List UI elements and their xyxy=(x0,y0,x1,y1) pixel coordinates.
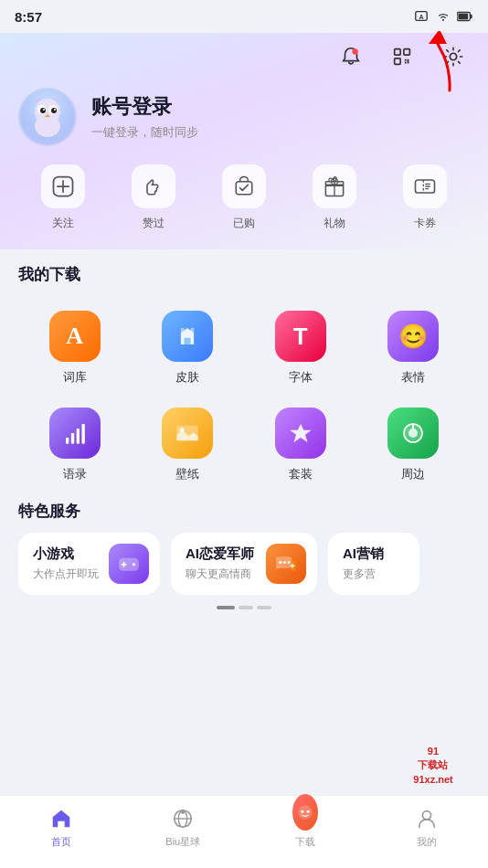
quick-action-coupon[interactable]: 卡券 xyxy=(398,164,452,231)
download-item-bundle[interactable]: 套装 xyxy=(244,397,357,493)
svg-rect-42 xyxy=(81,424,84,444)
svg-point-54 xyxy=(279,561,281,564)
skin-label: 皮肤 xyxy=(175,369,199,386)
bundle-label: 套装 xyxy=(289,466,313,482)
service-card-ai-marketing[interactable]: AI营销 更多营 xyxy=(328,533,419,595)
services-section-title: 特色服务 xyxy=(18,501,470,522)
scan-button[interactable] xyxy=(386,40,419,73)
home-nav-label: 首页 xyxy=(51,835,71,849)
coupon-label: 卡券 xyxy=(414,216,436,231)
svg-rect-4 xyxy=(458,14,468,19)
download-item-wallpaper[interactable]: 壁纸 xyxy=(132,397,245,493)
download-item-quotes[interactable]: 语录 xyxy=(18,397,132,493)
android-status-icon: A xyxy=(413,8,430,25)
wifi-status-icon xyxy=(435,8,451,25)
quotes-icon xyxy=(49,408,101,459)
bottom-nav: 首页 Biu星球 下载 xyxy=(0,795,488,868)
svg-rect-3 xyxy=(471,15,472,19)
svg-point-64 xyxy=(306,810,309,813)
svg-point-19 xyxy=(40,108,46,113)
download-item-font[interactable]: T 字体 xyxy=(244,300,357,397)
font-label: 字体 xyxy=(289,369,313,386)
emoji-icon: 😊 xyxy=(387,311,439,362)
home-nav-icon xyxy=(48,806,74,831)
svg-rect-7 xyxy=(404,49,410,56)
profile-title: 账号登录 xyxy=(91,93,198,121)
download-item-skin[interactable]: 皮肤 xyxy=(132,300,245,397)
svg-point-5 xyxy=(352,48,358,55)
status-time: 8:57 xyxy=(15,9,42,25)
profile-section[interactable]: 账号登录 一键登录，随时同步 xyxy=(18,88,470,146)
gift-icon xyxy=(313,164,356,208)
svg-point-55 xyxy=(283,561,286,564)
profile-subtitle: 一键登录，随时同步 xyxy=(91,124,198,141)
nav-item-download[interactable]: 下载 xyxy=(269,806,342,849)
svg-point-21 xyxy=(43,109,45,111)
svg-point-65 xyxy=(423,811,431,820)
scroll-indicator xyxy=(18,606,470,609)
svg-rect-9 xyxy=(405,59,407,61)
quick-action-gift[interactable]: 礼物 xyxy=(307,164,362,231)
svg-point-44 xyxy=(180,428,185,432)
svg-rect-6 xyxy=(395,49,401,56)
quick-action-liked[interactable]: 赞过 xyxy=(126,164,181,231)
minigame-icon xyxy=(109,544,149,584)
main-content: 我的下载 A 词库 皮肤 T 字体 xyxy=(0,249,488,635)
nav-item-home[interactable]: 首页 xyxy=(25,806,98,849)
header-section: 账号登录 一键登录，随时同步 关注 赞过 xyxy=(0,33,488,249)
scroll-dot-2 xyxy=(239,606,253,609)
download-item-peripheral[interactable]: 周边 xyxy=(357,397,471,493)
nav-item-profile[interactable]: 我的 xyxy=(390,806,463,849)
download-grid: A 词库 皮肤 T 字体 😊 表情 xyxy=(18,300,470,493)
battery-status-icon xyxy=(457,8,473,25)
emoji-label: 表情 xyxy=(401,369,425,386)
svg-rect-10 xyxy=(408,59,409,64)
purchased-icon xyxy=(222,164,266,208)
nav-item-biu[interactable]: Biu星球 xyxy=(146,806,219,849)
download-nav-icon xyxy=(292,806,318,831)
download-nav-label: 下载 xyxy=(295,835,315,849)
peripheral-label: 周边 xyxy=(401,466,425,482)
scroll-dot-1 xyxy=(217,606,235,609)
ai-love-icon xyxy=(266,544,306,584)
biu-nav-icon xyxy=(170,806,196,831)
liked-icon xyxy=(132,164,175,208)
service-card-ai-love[interactable]: AI恋爱军师 聊天更高情商 xyxy=(171,533,317,595)
downloads-section-title: 我的下载 xyxy=(18,264,470,285)
follow-icon xyxy=(41,164,85,208)
quick-action-purchased[interactable]: 已购 xyxy=(217,164,271,231)
ai-marketing-subtitle: 更多营 xyxy=(343,566,405,582)
peripheral-icon xyxy=(387,408,439,459)
skin-icon xyxy=(162,311,213,362)
purchased-label: 已购 xyxy=(233,216,255,231)
svg-point-50 xyxy=(133,563,135,566)
svg-point-20 xyxy=(51,108,57,113)
svg-point-56 xyxy=(288,561,291,564)
watermark-text: 91下载站91xz.net xyxy=(413,745,452,787)
watermark: 91下载站91xz.net xyxy=(378,738,488,793)
svg-point-22 xyxy=(54,109,56,111)
wordbank-icon: A xyxy=(49,311,101,362)
font-icon: T xyxy=(275,311,326,362)
download-item-emoji[interactable]: 😊 表情 xyxy=(357,300,471,397)
wallpaper-icon xyxy=(162,408,213,459)
svg-rect-34 xyxy=(415,180,434,193)
notification-button[interactable] xyxy=(334,40,367,73)
download-item-wordbank[interactable]: A 词库 xyxy=(18,300,132,397)
avatar xyxy=(18,88,77,146)
svg-point-63 xyxy=(301,810,303,813)
service-card-minigame[interactable]: 小游戏 大作点开即玩 xyxy=(18,533,160,595)
svg-point-46 xyxy=(408,429,418,438)
liked-label: 赞过 xyxy=(143,216,164,231)
top-actions-bar xyxy=(18,33,470,88)
quick-action-follow[interactable]: 关注 xyxy=(36,164,90,231)
ai-marketing-title: AI营销 xyxy=(343,545,405,563)
services-row: 小游戏 大作点开即玩 AI恋爱军师 聊天更高情商 xyxy=(18,533,470,595)
svg-rect-41 xyxy=(76,429,79,444)
gift-label: 礼物 xyxy=(324,216,345,231)
profile-info: 账号登录 一键登录，随时同步 xyxy=(91,93,198,141)
bundle-icon xyxy=(275,408,326,459)
svg-rect-11 xyxy=(405,62,407,64)
svg-point-62 xyxy=(298,805,313,820)
quotes-label: 语录 xyxy=(63,466,87,482)
